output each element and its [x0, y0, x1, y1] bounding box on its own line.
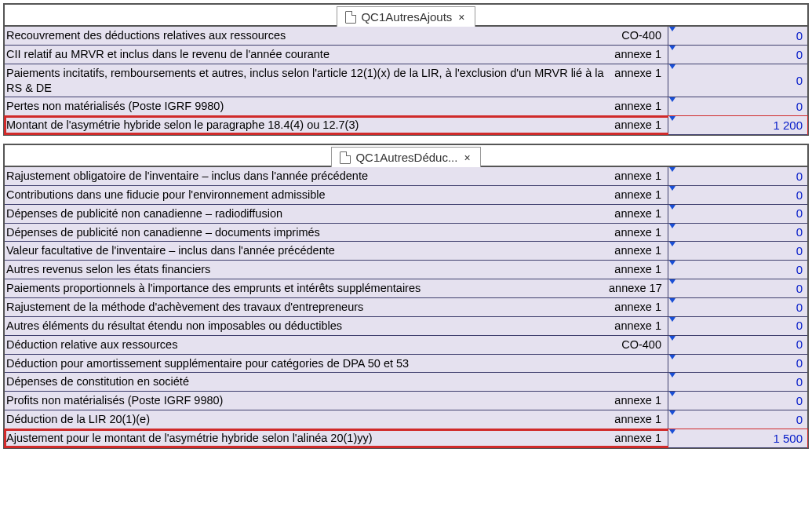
row-description: Déduction de la LIR 20(1)(e) — [5, 410, 607, 429]
row-value: 0 — [796, 47, 803, 63]
dropdown-caret-icon[interactable] — [669, 298, 675, 303]
table-row[interactable]: Dépenses de constitution en société0 — [5, 373, 807, 392]
row-reference: annexe 1 — [607, 429, 668, 447]
dropdown-caret-icon[interactable] — [669, 373, 675, 378]
value-cell[interactable]: 1 200 — [668, 116, 807, 135]
table-row[interactable]: Pertes non matérialisés (Poste IGRF 9980… — [5, 97, 807, 116]
value-cell[interactable]: 0 — [668, 373, 807, 392]
dropdown-caret-icon[interactable] — [669, 336, 675, 341]
table-row[interactable]: Déduction pour amortissement supplémenta… — [5, 355, 807, 374]
value-cell[interactable]: 0 — [668, 186, 807, 205]
table-row[interactable]: Dépenses de publicité non canadienne – d… — [5, 224, 807, 243]
row-reference: annexe 1 — [607, 261, 668, 279]
value-cell[interactable]: 0 — [668, 167, 807, 186]
row-value: 0 — [796, 73, 803, 89]
row-value: 0 — [796, 300, 803, 316]
table-row[interactable]: Autres revenus selon les états financier… — [5, 261, 807, 279]
table-row[interactable]: Valeur facultative de l'inventaire – inc… — [5, 242, 807, 261]
row-reference: annexe 1 — [607, 298, 668, 316]
value-cell[interactable]: 0 — [668, 242, 807, 261]
value-cell[interactable]: 0 — [668, 261, 807, 279]
value-cell[interactable]: 0 — [668, 97, 807, 116]
table-row[interactable]: Montant de l'asymétrie hybride selon le … — [5, 116, 807, 134]
close-icon[interactable]: × — [462, 151, 472, 164]
row-reference: annexe 1 — [607, 167, 668, 185]
row-value: 0 — [796, 28, 803, 44]
table-row[interactable]: Rajustement de la méthode d'achèvement d… — [5, 298, 807, 317]
value-cell[interactable]: 0 — [668, 64, 807, 98]
dropdown-caret-icon[interactable] — [669, 167, 675, 172]
table-row[interactable]: Autres éléments du résultat étendu non i… — [5, 317, 807, 336]
row-reference — [607, 373, 668, 391]
table-row[interactable]: Rajustement obligatoire de l'inventaire … — [5, 167, 807, 186]
row-value: 0 — [796, 243, 803, 259]
row-description: Paiements incitatifs, remboursements et … — [5, 64, 607, 97]
dropdown-caret-icon[interactable] — [669, 355, 675, 359]
row-description: Dépenses de constitution en société — [5, 373, 607, 391]
value-cell[interactable]: 0 — [668, 410, 807, 429]
dropdown-caret-icon[interactable] — [669, 224, 675, 228]
value-cell[interactable]: 0 — [668, 317, 807, 336]
dropdown-caret-icon[interactable] — [669, 279, 675, 284]
row-description: Déduction pour amortissement supplémenta… — [5, 355, 607, 373]
dropdown-caret-icon[interactable] — [669, 429, 675, 434]
dropdown-caret-icon[interactable] — [669, 261, 675, 265]
close-icon[interactable]: × — [457, 11, 466, 24]
dropdown-caret-icon[interactable] — [669, 317, 675, 322]
row-reference: annexe 1 — [607, 97, 668, 115]
table-row[interactable]: Déduction relative aux ressourcesCO-4000 — [5, 336, 807, 355]
panel-ajouts: QC1AutresAjouts × Recouvrement des déduc… — [3, 3, 809, 136]
value-cell[interactable]: 1 500 — [668, 429, 807, 448]
dropdown-caret-icon[interactable] — [669, 116, 675, 121]
row-description: Valeur facultative de l'inventaire – inc… — [5, 242, 607, 260]
value-cell[interactable]: 0 — [668, 298, 807, 317]
tab-ajouts[interactable]: QC1AutresAjouts × — [337, 6, 475, 27]
value-cell[interactable]: 0 — [668, 279, 807, 298]
row-description: Rajustement obligatoire de l'inventaire … — [5, 167, 607, 185]
table-row[interactable]: Recouvrement des déductions relatives au… — [5, 27, 807, 46]
rows-deductions: Rajustement obligatoire de l'inventaire … — [5, 166, 807, 447]
tab-deductions[interactable]: QC1AutresDéduc... × — [331, 147, 480, 167]
row-value: 0 — [796, 206, 803, 221]
row-reference: CO-400 — [607, 336, 668, 354]
table-row[interactable]: Profits non matérialisés (Poste IGRF 998… — [5, 392, 807, 410]
row-reference: annexe 1 — [607, 317, 668, 335]
row-reference — [607, 355, 668, 373]
value-cell[interactable]: 0 — [668, 46, 807, 64]
row-description: Autres revenus selon les états financier… — [5, 261, 607, 279]
dropdown-caret-icon[interactable] — [669, 186, 675, 191]
table-row[interactable]: Dépenses de publicité non canadienne – r… — [5, 205, 807, 224]
value-cell[interactable]: 0 — [668, 224, 807, 243]
row-value: 0 — [796, 412, 803, 428]
table-row[interactable]: Déduction de la LIR 20(1)(e)annexe 10 — [5, 410, 807, 429]
row-description: Pertes non matérialisés (Poste IGRF 9980… — [5, 97, 607, 115]
tab-label: QC1AutresAjouts — [361, 10, 452, 24]
row-value: 0 — [796, 188, 803, 203]
dropdown-caret-icon[interactable] — [669, 242, 675, 246]
tab-bar: QC1AutresAjouts × — [5, 5, 807, 25]
value-cell[interactable]: 0 — [668, 355, 807, 374]
dropdown-caret-icon[interactable] — [669, 392, 675, 396]
value-cell[interactable]: 0 — [668, 27, 807, 46]
value-cell[interactable]: 0 — [668, 336, 807, 355]
dropdown-caret-icon[interactable] — [669, 410, 675, 415]
dropdown-caret-icon[interactable] — [669, 46, 675, 50]
row-description: Autres éléments du résultat étendu non i… — [5, 317, 607, 335]
row-description: Montant de l'asymétrie hybride selon le … — [5, 116, 607, 134]
row-description: Paiements proportionnels à l'importance … — [5, 279, 607, 297]
table-row[interactable]: Paiements proportionnels à l'importance … — [5, 279, 807, 298]
table-row[interactable]: CII relatif au MRVR et inclus dans le re… — [5, 46, 807, 64]
dropdown-caret-icon[interactable] — [669, 27, 675, 31]
row-description: Contributions dans une fiducie pour l'en… — [5, 186, 607, 204]
row-reference: annexe 17 — [607, 279, 668, 297]
dropdown-caret-icon[interactable] — [669, 97, 675, 102]
dropdown-caret-icon[interactable] — [669, 64, 675, 69]
table-row[interactable]: Paiements incitatifs, remboursements et … — [5, 64, 807, 98]
value-cell[interactable]: 0 — [668, 205, 807, 224]
value-cell[interactable]: 0 — [668, 392, 807, 410]
file-icon — [345, 11, 356, 24]
table-row[interactable]: Contributions dans une fiducie pour l'en… — [5, 186, 807, 205]
table-row[interactable]: Ajustement pour le montant de l'asymétri… — [5, 429, 807, 447]
dropdown-caret-icon[interactable] — [669, 205, 675, 210]
rows-ajouts: Recouvrement des déductions relatives au… — [5, 25, 807, 134]
